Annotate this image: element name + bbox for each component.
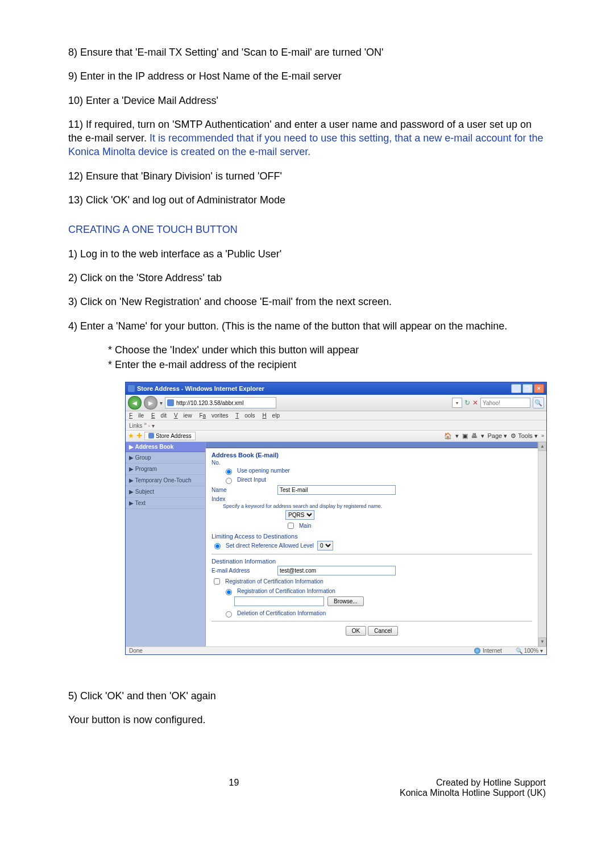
step-13: 13) Click 'OK' and log out of Administra… [68,193,546,207]
window-title: Store Address - Windows Internet Explore… [137,385,511,392]
step-11: 11) If required, turn on 'SMTP Authentic… [68,118,546,159]
index-hint: Specify a keyword for address search and… [223,503,382,509]
sidebar-item-text[interactable]: ▶ Text [126,498,205,509]
status-done: Done [129,648,143,654]
use-opening-label: Use opening number [237,468,290,474]
ie-window: Store Address - Windows Internet Explore… [125,382,547,654]
direct-input-radio[interactable] [226,478,232,484]
menu-tools[interactable]: Tools [235,412,255,419]
add-favorites-icon[interactable]: ✚ [136,432,142,440]
sidebar-item-program[interactable]: ▶ Program [126,464,205,475]
footer-line-1: Created by Hotline Support [400,778,546,788]
browse-button[interactable]: Browse... [327,596,364,606]
reg-cert-checkbox[interactable] [214,578,220,585]
step-8: 8) Ensure that 'E-mail TX Setting' and '… [68,45,546,59]
zoom-level: 100% [524,648,539,654]
ie-titlebar: Store Address - Windows Internet Explore… [126,382,546,395]
form-panel: Address Book (E-mail) No. Use opening nu… [206,442,538,646]
page-icon [167,399,174,406]
vertical-scrollbar[interactable]: ▲ ▼ [538,442,546,646]
name-input[interactable] [277,485,396,495]
step-12: 12) Ensure that 'Binary Division' is tur… [68,169,546,183]
nav-dropdown-icon[interactable]: ▾ [160,400,163,406]
index-label: Index [211,496,274,502]
no-label: No. [211,460,274,466]
main-label: Main [299,523,312,529]
page-menu[interactable]: Page ▾ [488,432,508,440]
direct-input-label: Direct Input [237,477,266,483]
otb-step-2: 2) Click on the 'Store Address' tab [68,271,546,285]
home-icon[interactable]: 🏠 [444,432,452,440]
browser-tab[interactable]: Store Address [144,432,196,440]
close-button[interactable]: ✕ [534,384,544,393]
url-dropdown-icon[interactable]: ▾ [452,398,462,408]
ok-button[interactable]: OK [346,626,366,636]
otb-step-1: 1) Log in to the web interface as a 'Pub… [68,247,546,261]
search-input[interactable] [480,398,530,408]
tools-menu[interactable]: ⚙ Tools ▾ [511,432,538,440]
menu-favorites[interactable]: Favorites [199,412,228,419]
minimize-button[interactable]: _ [511,384,521,393]
page-number: 19 [68,778,400,798]
ie-statusbar: Done Internet 🔍 100% ▾ [126,646,546,654]
tab-page-icon [148,433,154,439]
email-label: E-mail Address [211,567,274,574]
stop-icon[interactable]: ✕ [472,399,478,407]
use-opening-radio[interactable] [226,469,232,475]
main-checkbox[interactable] [288,523,294,529]
otb-bullet-1: * Choose the 'Index' under which this bu… [108,343,546,357]
menu-help[interactable]: Help [262,412,280,419]
ref-level-radio[interactable] [214,543,221,549]
scroll-up-icon[interactable]: ▲ [538,442,546,451]
page-footer: 19 Created by Hotline Support Konica Min… [68,778,546,798]
name-label: Name [211,487,274,493]
feed-icon[interactable]: ▣ [462,432,468,440]
sidebar: ▶ Address Book ▶ Group ▶ Program ▶ Tempo… [126,442,206,646]
otb-bullet-2: * Enter the e-mail address of the recipi… [108,358,546,372]
cert-file-input[interactable] [234,596,324,606]
reg-cert-radio[interactable] [226,589,232,595]
step-9: 9) Enter in the IP address or Host Name … [68,69,546,83]
ie-tabbar: ★ ✚ Store Address 🏠▾ ▣ 🖶▾ Page ▾ ⚙ Tools… [126,431,546,442]
section-heading: CREATING A ONE TOUCH BUTTON [68,223,546,236]
address-bar[interactable] [165,397,276,408]
back-button[interactable]: ◄ [128,396,142,410]
sidebar-item-temp-one-touch[interactable]: ▶ Temporary One-Touch [126,475,205,486]
maximize-button[interactable]: ❐ [522,384,533,393]
url-input[interactable] [175,399,274,407]
form-heading: Address Book (E-mail) [211,452,532,458]
forward-button[interactable]: ► [144,396,157,410]
links-bar: Links » ◦ ▾ [126,420,546,430]
reg-cert-label: Registration of Certification Informatio… [225,578,323,585]
page-content: ▶ Address Book ▶ Group ▶ Program ▶ Tempo… [126,442,546,646]
cancel-button[interactable]: Cancel [368,626,398,636]
internet-zone-label: Internet [483,648,502,654]
sidebar-item-subject[interactable]: ▶ Subject [126,486,205,498]
ref-level-select[interactable]: 0 [317,541,333,550]
scroll-down-icon[interactable]: ▼ [538,637,546,646]
sidebar-header: ▶ Address Book [126,442,205,452]
search-button[interactable]: 🔍 [533,397,544,408]
home-dropdown-icon[interactable]: ▾ [455,432,459,440]
internet-zone-icon [474,648,480,654]
email-input[interactable] [277,566,396,575]
reg-cert-radio-label: Registration of Certification Informatio… [237,588,335,594]
otb-step-3: 3) Click on 'New Registration' and choos… [68,295,546,308]
destination-info-heading: Destination Information [211,558,532,565]
refresh-icon[interactable]: ↻ [464,399,470,407]
menu-file[interactable]: File [129,412,144,419]
print-icon[interactable]: 🖶 [471,432,478,439]
del-cert-radio[interactable] [226,611,232,617]
ref-level-label: Set direct Reference Allowed Level [226,542,314,549]
tab-label: Store Address [156,433,192,439]
sidebar-item-group[interactable]: ▶ Group [126,452,205,464]
otb-step-4: 4) Enter a 'Name' for your button. (This… [68,319,546,333]
footer-line-2: Konica Minolta Hotline Support (UK) [400,788,546,798]
links-bullet-icon[interactable]: ◦ [148,423,151,429]
ie-navbar: ◄ ► ▾ ▾ ↻ ✕ 🔍 [126,395,546,411]
favorites-star-icon[interactable]: ★ [128,432,134,440]
index-select[interactable]: PQRS [285,510,314,520]
menu-edit[interactable]: Edit [151,412,167,419]
otb-step-5: 5) Click 'OK' and then 'OK' again [68,689,546,703]
menu-view[interactable]: View [174,412,192,419]
